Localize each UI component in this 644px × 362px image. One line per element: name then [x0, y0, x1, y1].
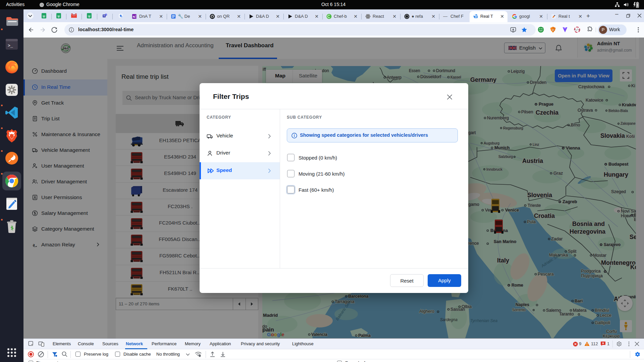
- svg-text:>_: >_: [8, 43, 13, 48]
- svg-text:N: N: [133, 15, 135, 18]
- svg-text:T: T: [103, 15, 105, 17]
- svg-text:</>: </>: [575, 28, 580, 32]
